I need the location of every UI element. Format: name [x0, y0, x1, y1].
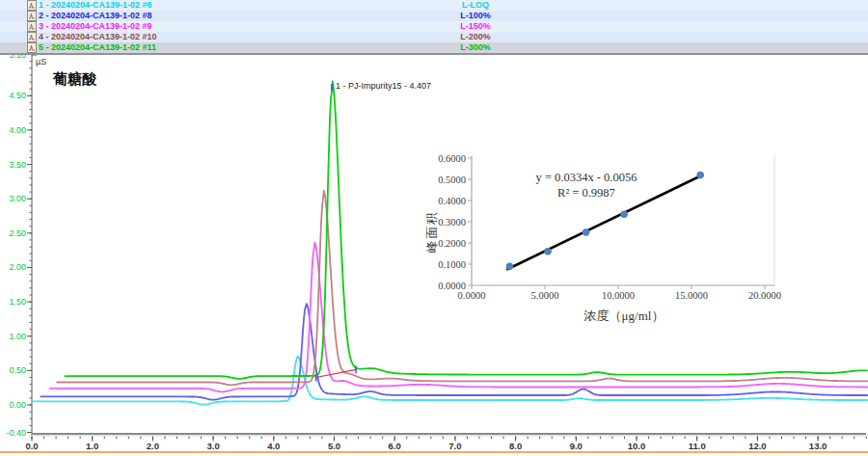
legend-level-label: L-LOQ	[444, 0, 507, 11]
x-axis-tick-label: 2.0	[147, 441, 159, 451]
x-axis-tick-label: 6.0	[389, 441, 401, 451]
inset-y-tick-label: 0.0000	[438, 281, 466, 291]
y-axis-tick-label: 3.50	[9, 160, 26, 170]
legend-row[interactable]: 1 - 20240204-CA139-1-02 #6 L-LOQ	[0, 0, 868, 11]
inset-x-tick-label: 20.0000	[748, 290, 781, 301]
legend-level-label: L-100%	[444, 11, 507, 21]
legend-level-label: L-200%	[444, 32, 507, 42]
y-axis-tick-label: 0.50	[9, 365, 26, 375]
y-axis-tick-label: 2.00	[9, 262, 26, 272]
compound-title: 葡糖酸	[53, 70, 96, 89]
inset-y-tick-label: 0.1000	[438, 259, 466, 270]
injection-icon	[27, 32, 37, 42]
y-axis-tick-label: 1.50	[9, 297, 26, 307]
legend-row[interactable]: 3 - 20240204-CA139-1-02 #9 L-150%	[0, 21, 868, 32]
inset-y-tick-label: 0.3000	[438, 217, 466, 228]
inset-y-tick-label: 0.5000	[438, 174, 466, 185]
y-axis-tick-label: 4.50	[9, 91, 26, 100]
inset-y-tick-label: 0.2000	[438, 238, 466, 249]
x-axis-tick-label: 3.0	[206, 441, 219, 451]
x-axis-bar-light	[32, 435, 866, 437]
x-axis-tick-label: 7.0	[448, 441, 461, 451]
x-axis-tick-label: 4.0	[267, 441, 280, 451]
legend-injection-label: 2 - 20240204-CA139-1-02 #8	[39, 11, 152, 21]
chromatogram-trace-L-300%	[66, 82, 867, 379]
equation-line: y = 0.0334x - 0.0056	[471, 170, 702, 185]
y-axis-tick-label: 3.00	[9, 194, 26, 203]
inset-x-tick-label: 10.0000	[602, 290, 635, 301]
legend-row[interactable]: 2 - 20240204-CA139-1-02 #8 L-100%	[0, 11, 868, 21]
x-axis-tick-label: 8.0	[509, 441, 522, 451]
x-axis-tick-label: 9.0	[570, 441, 583, 451]
legend-injection-label: 4 - 20240204-CA139-1-02 #10	[39, 32, 157, 42]
y-axis-tick-label: 2.50	[9, 228, 26, 238]
x-axis-tick-label: 13.0	[809, 441, 827, 451]
legend-row[interactable]: 4 - 20240204-CA139-1-02 #10 L-200%	[0, 32, 868, 42]
inset-x-tick-label: 15.0000	[675, 290, 708, 301]
legend-level-label: L-300%	[444, 42, 507, 53]
bottom-edge-line	[0, 451, 868, 453]
y-axis-tick-label: 1.00	[9, 332, 26, 341]
legend-row[interactable]: 5 - 20240204-CA139-1-02 #11 L-300%	[0, 42, 868, 53]
inset-y-tick-label: 0.6000	[438, 153, 466, 164]
x-axis-tick-label: 10.0	[628, 441, 646, 451]
x-axis-tick-label: 0.0	[25, 441, 38, 451]
x-axis-tick-label: 1.0	[86, 441, 98, 451]
injection-icon	[27, 11, 37, 21]
x-axis-tick-label: 11.0	[689, 441, 706, 451]
inset-data-point	[544, 248, 552, 255]
legend-injection-label: 5 - 20240204-CA139-1-02 #11	[39, 42, 156, 53]
injection-icon	[27, 0, 37, 11]
peak-annotation-label: 1 - PJ-Impurity15 - 4.407	[336, 81, 431, 91]
inset-x-tick-label: 0.0000	[458, 290, 486, 301]
y-axis-tick-label: -0.40	[6, 428, 26, 438]
inset-y-tick-label: 0.4000	[438, 196, 466, 206]
x-axis-bar	[32, 433, 866, 435]
inset-y-axis-title: 峰面积	[424, 211, 441, 254]
legend-injection-label: 3 - 20240204-CA139-1-02 #9	[39, 21, 152, 32]
legend-level-label: L-150%	[444, 21, 507, 32]
legend-panel: 1 - 20240204-CA139-1-02 #6 L-LOQ 2 - 202…	[0, 0, 868, 55]
r-squared-line: R² = 0.9987	[471, 185, 702, 201]
inset-x-tick-label: 5.0000	[531, 290, 559, 301]
inset-data-point	[620, 211, 628, 219]
y-axis-tick-label: 0.00	[9, 400, 26, 410]
inset-data-point	[583, 228, 590, 236]
trendline-equation: y = 0.0334x - 0.0056 R² = 0.9987	[471, 170, 702, 201]
inset-x-axis-title: 浓度（μg/ml）	[528, 308, 720, 325]
legend-injection-label: 1 - 20240204-CA139-1-02 #6	[39, 0, 152, 11]
y-axis-tick-label: 4.00	[9, 125, 26, 135]
y-axis-unit-label: µS	[36, 57, 46, 67]
injection-icon	[27, 21, 37, 32]
inset-data-point	[506, 262, 514, 270]
injection-icon	[27, 42, 37, 53]
x-axis-tick-label: 12.0	[748, 441, 767, 451]
x-axis-tick-label: 5.0	[328, 441, 340, 451]
